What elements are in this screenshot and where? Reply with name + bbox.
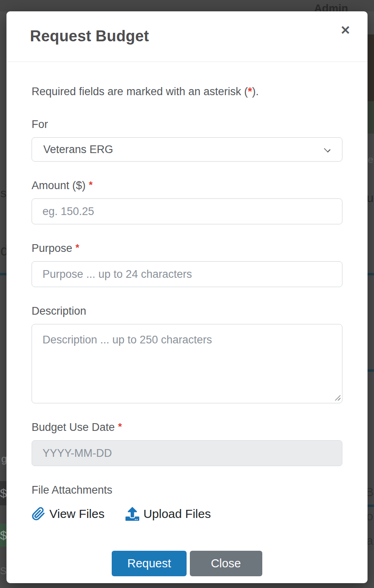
purpose-label-text: Purpose <box>32 242 72 254</box>
for-select[interactable]: Veterans ERG <box>32 137 342 162</box>
purpose-label: Purpose* <box>32 242 342 255</box>
close-button[interactable]: Close <box>190 551 262 576</box>
for-label: For <box>32 118 342 131</box>
backdrop-dollar-badge-green: $ <box>0 524 6 547</box>
description-label: Description <box>32 305 342 317</box>
backdrop-dollar-badge: $ <box>0 481 6 505</box>
modal-footer-buttons: Request Close <box>32 551 342 576</box>
request-button[interactable]: Request <box>112 551 186 576</box>
amount-field-group: Amount ($)* <box>32 179 342 224</box>
upload-icon <box>125 507 139 521</box>
backdrop-green-block <box>368 101 374 134</box>
amount-label: Amount ($)* <box>32 179 342 192</box>
upload-files-label: Upload Files <box>143 507 211 521</box>
modal-body: Required fields are marked with an aster… <box>6 85 368 576</box>
note-asterisk: * <box>248 85 252 98</box>
file-attachment-links: View Files Upload Files <box>32 507 342 521</box>
modal-header: Request Budget ✕ <box>6 11 368 62</box>
note-suffix: ). <box>252 85 259 98</box>
purpose-field-group: Purpose* <box>32 242 342 287</box>
budget-use-date-field-group: Budget Use Date* <box>32 421 342 466</box>
backdrop-divider <box>368 273 374 275</box>
description-field-group: Description <box>32 305 342 403</box>
for-field-group: For Veterans ERG <box>32 118 342 162</box>
amount-input[interactable] <box>32 198 342 224</box>
budget-use-date-label-text: Budget Use Date <box>32 421 115 433</box>
paperclip-icon <box>32 507 45 521</box>
upload-files-button[interactable]: Upload Files <box>125 507 211 521</box>
backdrop-fragment: s <box>0 186 6 200</box>
close-icon[interactable]: ✕ <box>338 22 353 39</box>
backdrop-fragment: u <box>367 191 374 205</box>
backdrop-divider <box>368 505 374 507</box>
for-select-wrap: Veterans ERG <box>32 137 342 162</box>
view-files-button[interactable]: View Files <box>32 507 104 521</box>
purpose-input[interactable] <box>32 261 342 287</box>
budget-use-date-input[interactable] <box>32 440 342 466</box>
backdrop-photo-block <box>368 34 374 101</box>
purpose-required-asterisk: * <box>76 242 79 253</box>
description-textarea[interactable] <box>32 324 342 403</box>
backdrop-fragment: g <box>1 453 6 465</box>
budget-use-date-required-asterisk: * <box>118 421 122 432</box>
required-fields-note: Required fields are marked with an aster… <box>32 85 342 98</box>
backdrop-divider <box>0 273 6 275</box>
amount-label-text: Amount ($) <box>32 179 86 192</box>
description-textarea-wrap <box>32 324 342 403</box>
modal-title: Request Budget <box>30 28 343 45</box>
backdrop-fragment: e <box>368 154 373 165</box>
backdrop-divider <box>368 369 374 372</box>
file-attachments-label: File Attachments <box>32 484 342 496</box>
note-prefix: Required fields are marked with an aster… <box>32 85 248 98</box>
view-files-label: View Files <box>49 507 104 521</box>
request-budget-modal: Request Budget ✕ Required fields are mar… <box>6 11 368 583</box>
amount-required-asterisk: * <box>89 179 93 190</box>
file-attachments-group: File Attachments View Files <box>32 484 342 521</box>
budget-use-date-label: Budget Use Date* <box>32 421 342 434</box>
